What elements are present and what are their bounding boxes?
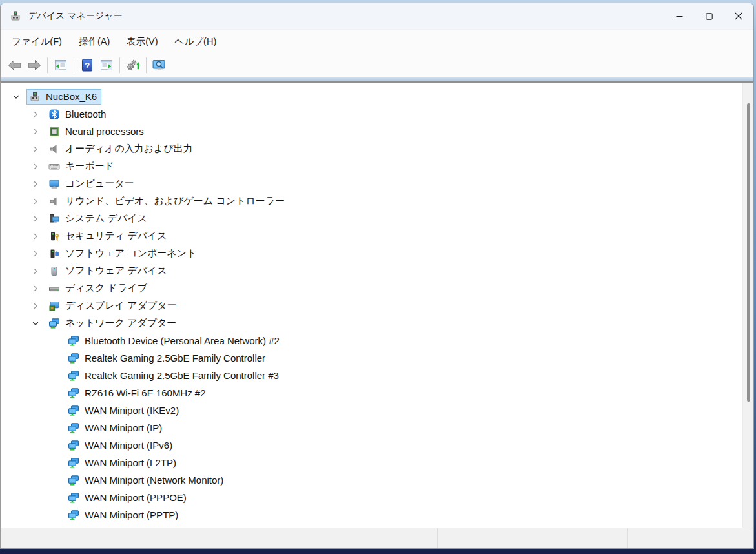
status-section	[627, 528, 753, 548]
chevron-spacer	[50, 336, 65, 346]
tree-item-label: ディスク ドライブ	[65, 282, 147, 294]
tree-row[interactable]: NucBox_K6	[1, 88, 742, 105]
minimize-button[interactable]	[664, 3, 694, 29]
back-arrow-icon	[7, 58, 23, 72]
tree-row[interactable]: WAN Miniport (IKEv2)	[1, 402, 742, 419]
tree-item-label: Bluetooth Device (Personal Area Network)…	[85, 335, 280, 346]
tree-node[interactable]: Bluetooth Device (Personal Area Network)…	[65, 333, 284, 349]
tree-node[interactable]: コンピューター	[46, 176, 139, 192]
tree-row[interactable]: コンピューター	[1, 175, 742, 192]
tree-row[interactable]: システム デバイス	[1, 210, 742, 227]
menu-item-action[interactable]: 操作(A)	[70, 32, 118, 52]
show-hide-action-pane-button[interactable]	[97, 56, 116, 74]
tree-row[interactable]: WAN Miniport (IPv6)	[1, 436, 742, 454]
chevron-collapsed-icon[interactable]	[30, 231, 46, 241]
title-bar: デバイス マネージャー	[1, 3, 753, 30]
toolbar-separator	[47, 57, 48, 73]
forward-button[interactable]	[25, 56, 44, 74]
tree-node[interactable]: ソフトウェア デバイス	[46, 263, 172, 279]
tree-node[interactable]: WAN Miniport (IPv6)	[65, 438, 177, 453]
update-driver-button[interactable]	[123, 56, 143, 74]
tree-node[interactable]: Bluetooth	[46, 107, 110, 122]
menu-item-view[interactable]: 表示(V)	[118, 32, 166, 52]
tree-node[interactable]: WAN Miniport (PPPOE)	[65, 490, 191, 506]
tree-row[interactable]: サウンド、ビデオ、およびゲーム コントローラー	[1, 192, 742, 210]
tree-row[interactable]: ディスプレイ アダプター	[1, 297, 742, 314]
speaker-icon	[48, 143, 60, 155]
tree-node[interactable]: セキュリティ デバイス	[46, 228, 172, 244]
tree-row[interactable]: WAN Miniport (PPPOE)	[1, 489, 742, 506]
close-button[interactable]	[724, 3, 753, 29]
tree-node[interactable]: WAN Miniport (Network Monitor)	[65, 473, 228, 488]
vertical-scrollbar[interactable]	[742, 83, 753, 528]
tree-node[interactable]: WAN Miniport (PPTP)	[65, 508, 183, 523]
chevron-collapsed-icon[interactable]	[30, 301, 46, 311]
tree-node[interactable]: キーボード	[46, 158, 119, 174]
tree-node[interactable]: オーディオの入力および出力	[46, 141, 198, 157]
chevron-expanded-icon[interactable]	[30, 318, 46, 329]
back-button[interactable]	[5, 56, 25, 74]
tree-row[interactable]: RZ616 Wi-Fi 6E 160MHz #2	[1, 384, 742, 402]
tree-row[interactable]: Bluetooth Device (Personal Area Network)…	[1, 332, 742, 349]
tree-row[interactable]: Neural processors	[1, 123, 742, 140]
menu-item-file[interactable]: ファイル(F)	[3, 32, 70, 52]
minimize-icon	[676, 13, 683, 20]
tree-node[interactable]: WAN Miniport (IKEv2)	[65, 403, 183, 418]
tree-node[interactable]: WAN Miniport (L2TP)	[65, 455, 181, 471]
tree-row[interactable]: WAN Miniport (Network Monitor)	[1, 471, 742, 489]
tree-row[interactable]: セキュリティ デバイス	[1, 227, 742, 245]
tree-row[interactable]: オーディオの入力および出力	[1, 140, 742, 158]
tree-node[interactable]: システム デバイス	[46, 210, 152, 227]
tree-row[interactable]: WAN Miniport (PPTP)	[1, 506, 742, 524]
tree-node[interactable]: ディスプレイ アダプター	[46, 298, 181, 314]
tree-node[interactable]: サウンド、ビデオ、およびゲーム コントローラー	[46, 193, 289, 209]
tree-row[interactable]: ディスク ドライブ	[1, 280, 742, 297]
network-adapter-icon	[68, 457, 79, 469]
tree-row[interactable]: Realtek Gaming 2.5GbE Family Controller	[1, 349, 742, 367]
device-manager-icon	[29, 91, 41, 103]
chevron-spacer	[50, 493, 65, 503]
tree-node[interactable]: ネットワーク アダプター	[46, 315, 181, 331]
tree-row[interactable]: Bluetooth	[1, 105, 742, 123]
chevron-collapsed-icon[interactable]	[30, 127, 46, 137]
chevron-collapsed-icon[interactable]	[30, 249, 46, 259]
chevron-collapsed-icon[interactable]	[30, 179, 46, 189]
status-section	[1, 528, 437, 548]
tree-row[interactable]: WAN Miniport (IP)	[1, 419, 742, 436]
tree-node[interactable]: Neural processors	[46, 124, 148, 139]
scrollbar-thumb[interactable]	[747, 103, 750, 402]
tree-item-label: WAN Miniport (PPPOE)	[85, 492, 187, 503]
tree-node[interactable]: ディスク ドライブ	[46, 280, 152, 296]
chevron-collapsed-icon[interactable]	[30, 214, 46, 224]
chevron-collapsed-icon[interactable]	[30, 196, 46, 207]
tree-node[interactable]: ソフトウェア コンポーネント	[46, 245, 201, 262]
tree-row[interactable]: ソフトウェア デバイス	[1, 262, 742, 280]
tree-item-label: コンピューター	[65, 178, 134, 190]
tree-row[interactable]: ソフトウェア コンポーネント	[1, 245, 742, 262]
tree-node[interactable]: RZ616 Wi-Fi 6E 160MHz #2	[65, 385, 210, 401]
tree-node[interactable]: Realtek Gaming 2.5GbE Family Controller …	[65, 368, 283, 384]
chevron-collapsed-icon[interactable]	[30, 283, 46, 294]
content-area: NucBox_K6BluetoothNeural processorsオーディオ…	[1, 83, 753, 528]
show-hide-console-tree-button[interactable]	[51, 56, 70, 74]
tree-node[interactable]: Realtek Gaming 2.5GbE Family Controller	[65, 351, 270, 366]
chevron-collapsed-icon[interactable]	[30, 161, 46, 172]
status-section	[437, 528, 627, 548]
tree-node[interactable]: WAN Miniport (IP)	[65, 420, 167, 436]
chevron-collapsed-icon[interactable]	[30, 144, 46, 154]
chevron-expanded-icon[interactable]	[11, 92, 26, 102]
scan-hardware-changes-button[interactable]	[150, 56, 169, 74]
tree-row[interactable]: キーボード	[1, 158, 742, 175]
chevron-collapsed-icon[interactable]	[30, 266, 46, 276]
tree-row[interactable]: ネットワーク アダプター	[1, 314, 742, 332]
menu-item-help[interactable]: ヘルプ(H)	[167, 32, 225, 52]
window-title: デバイス マネージャー	[28, 10, 123, 22]
chevron-spacer	[50, 423, 65, 433]
help-button[interactable]: ?	[77, 56, 97, 74]
tree-row[interactable]: WAN Miniport (L2TP)	[1, 454, 742, 471]
maximize-button[interactable]	[694, 3, 724, 29]
chevron-collapsed-icon[interactable]	[30, 109, 46, 119]
tree-node-selected[interactable]: NucBox_K6	[26, 89, 101, 105]
monitor-icon	[48, 178, 60, 190]
tree-row[interactable]: Realtek Gaming 2.5GbE Family Controller …	[1, 367, 742, 384]
